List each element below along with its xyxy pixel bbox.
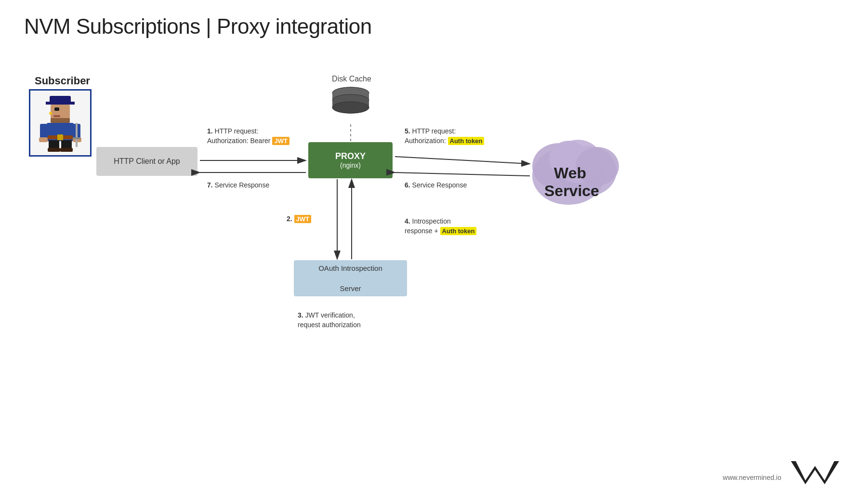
pirate-icon xyxy=(36,94,84,152)
http-client-box: HTTP Client or App xyxy=(96,147,197,176)
svg-rect-16 xyxy=(39,137,48,142)
footer-logo xyxy=(791,456,844,485)
disk-cache-icon xyxy=(327,86,375,124)
svg-rect-12 xyxy=(48,148,60,152)
svg-rect-18 xyxy=(76,123,78,147)
step6-label: 6. Service Response xyxy=(405,181,467,190)
svg-text:Web: Web xyxy=(554,164,586,182)
svg-line-42 xyxy=(395,173,530,176)
web-service-cloud: Web Service xyxy=(530,128,636,214)
svg-rect-6 xyxy=(51,118,70,123)
svg-marker-45 xyxy=(791,461,839,484)
svg-rect-19 xyxy=(73,137,80,139)
step5-label: 5. HTTP request: Authorization: Auth tok… xyxy=(405,127,484,146)
proxy-title: PROXY xyxy=(335,151,366,161)
step1-label: 1. HTTP request: Authorization: Bearer J… xyxy=(207,127,289,146)
svg-rect-1 xyxy=(46,102,75,105)
svg-text:Service: Service xyxy=(544,182,599,199)
svg-point-27 xyxy=(332,102,369,113)
page-title: NVM Subscriptions | Proxy integration xyxy=(24,14,372,39)
svg-rect-14 xyxy=(40,124,48,138)
footer-url: www.nevermined.io xyxy=(723,474,781,481)
proxy-box: PROXY (nginx) xyxy=(308,142,393,178)
step2-label: 2. JWT xyxy=(287,214,311,224)
disk-cache-label: Disk Cache xyxy=(328,75,376,83)
svg-rect-13 xyxy=(60,148,73,152)
svg-rect-3 xyxy=(54,107,59,111)
svg-rect-4 xyxy=(53,115,60,117)
step3-label: 3. JWT verification, request authorizati… xyxy=(298,311,361,330)
subscriber-box xyxy=(29,89,92,157)
svg-rect-2 xyxy=(51,105,70,120)
oauth-box: OAuth Introspection Server xyxy=(294,260,407,296)
svg-point-5 xyxy=(49,112,52,115)
proxy-subtitle: (nginx) xyxy=(340,161,361,169)
step4-label: 4. Introspection response + Auth token xyxy=(405,217,476,236)
diagram-arrows xyxy=(0,0,868,491)
step7-label: 7. Service Response xyxy=(207,181,269,190)
svg-rect-9 xyxy=(57,134,63,140)
svg-line-41 xyxy=(395,157,530,164)
subscriber-label: Subscriber xyxy=(35,75,90,87)
